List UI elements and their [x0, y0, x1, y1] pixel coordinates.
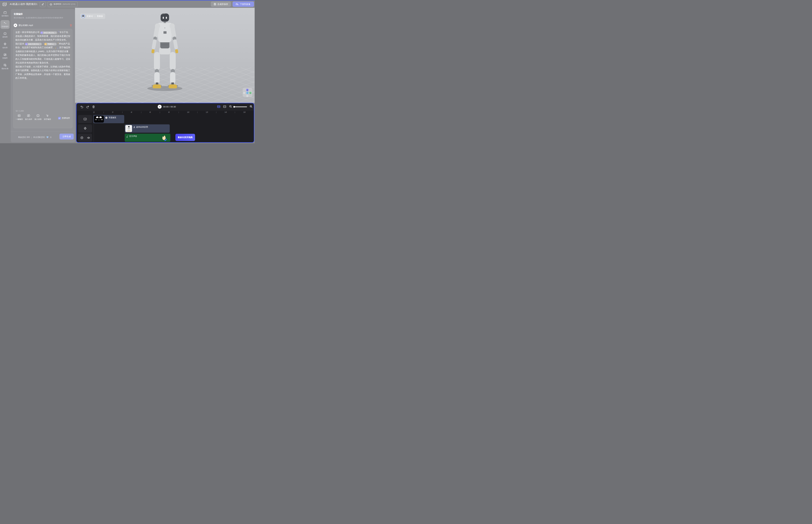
delete-audio-icon[interactable]: [70, 24, 72, 27]
audio-file-name: 默认名称1.mp3: [19, 24, 33, 27]
redo-button[interactable]: [86, 105, 89, 108]
edit-title-button[interactable]: [40, 1, 46, 7]
ruler-frame-label: 12f: [206, 111, 208, 113]
segment-bracket: 」: [57, 46, 60, 49]
save-label: 保存时间: [53, 3, 61, 5]
music-note-icon: [127, 135, 128, 137]
ruler-frame-label: 4f: [131, 111, 132, 113]
motion-clip-label: 超帅走路姿势: [136, 126, 148, 128]
tool-label: 插入动作: [25, 118, 32, 120]
rhythm-motion-checkbox[interactable]: 韵律动作: [58, 117, 70, 119]
insert-expression-button[interactable]: 插入表情: [33, 114, 43, 120]
robot-model: [150, 14, 180, 88]
script-editor[interactable]: 这是一家全球领先的公司 哈哈大笑(10s)×「专注于先进机器人系统的设计、制造和…: [13, 29, 72, 128]
sidebar-item-audio-arrange[interactable]: 音频编排: [0, 20, 10, 29]
insert-motion-button[interactable]: 插入动作: [24, 114, 33, 120]
expression-track-header[interactable]: [78, 115, 92, 123]
robot-download-icon: [236, 3, 239, 5]
model-separator: |: [95, 15, 95, 17]
axis-y-label: Y: [247, 92, 248, 94]
motion-clip[interactable]: 超帅走路姿势: [125, 125, 170, 133]
motion-tag[interactable]: 弯腰(5s)×: [44, 43, 57, 46]
play-audio-button[interactable]: [14, 23, 17, 27]
zoom-slider[interactable]: [234, 107, 247, 107]
tag-label: 哈哈大笑(10s): [44, 32, 54, 34]
expression-tag[interactable]: 哈哈大笑(10s)×: [40, 31, 57, 34]
speaker-icon[interactable]: [87, 136, 90, 139]
segment-bracket: 」: [55, 46, 57, 49]
expression-clip-head: 害羞微笑: [105, 116, 116, 119]
zoom-slider-handle[interactable]: [233, 106, 235, 108]
merge-save-label: 合成并保存: [217, 3, 228, 6]
motion-track-header[interactable]: [78, 125, 92, 132]
remaining-gems: 剩余灵石 300: [18, 136, 30, 139]
ruler-frame-label: 14f: [225, 111, 227, 113]
ai-icon: [18, 114, 21, 117]
generate-now-button[interactable]: 立即生成: [60, 134, 74, 140]
delete-clip-button[interactable]: [92, 105, 95, 108]
fit-timeline-icon[interactable]: [217, 105, 221, 108]
script-editor-text[interactable]: 这是一家全球领先的公司 哈哈大笑(10s)×「专注于先进机器人系统的设计、制造和…: [15, 30, 70, 107]
segment-bracket: 「: [57, 31, 60, 33]
editor-toolbar: 一键编排 插入动作: [14, 114, 71, 125]
tool-label: 插入表情: [34, 118, 42, 120]
ruler-tick: [103, 112, 104, 113]
frame-ruler[interactable]: 0f2f4f6f8f10f12f14f16f: [77, 111, 254, 114]
audio-clip-head: 官方声音: [127, 135, 137, 138]
project-title: A1机器人动作-我的项目1: [10, 3, 37, 6]
timeline-play-button[interactable]: [158, 105, 162, 109]
zoom-in-icon[interactable]: [249, 105, 253, 108]
sidebar-item-my-tasks[interactable]: 我的任务: [0, 62, 10, 71]
person-icon: [3, 43, 7, 46]
robot-face-icon: [36, 114, 39, 117]
remove-tag-icon[interactable]: ×: [40, 43, 41, 45]
broom-icon: [46, 114, 49, 117]
panel-title: 音频编排: [14, 13, 23, 16]
sidebar-item-label: 我的任务: [1, 68, 9, 70]
robot-face-icon: [25, 43, 28, 45]
sidebar-nav: 动作模仿 音频编排 表情库: [0, 8, 10, 143]
sidebar-item-motion-lib[interactable]: 动作库: [0, 41, 10, 50]
clapperboard-icon: [3, 11, 7, 14]
segment-bracket: 「: [42, 43, 44, 45]
cost-label: 本次消耗灵石: [33, 136, 45, 139]
ruler-frame-label: 16f: [243, 111, 246, 113]
expression-tag[interactable]: 哈哈大笑(10s)×: [25, 43, 42, 46]
timeline-timecode: 00:00 / 00:30: [163, 106, 176, 108]
ruler-frame-label: 10f: [187, 111, 189, 113]
deploy-to-device-button[interactable]: 下发到设备: [232, 1, 254, 7]
sidebar-item-expression-lib[interactable]: 表情库: [0, 31, 10, 39]
expression-clip[interactable]: 害羞微笑: [93, 115, 124, 123]
top-bar: A1机器人动作-我的项目1 保存时间 26/01/03 12:01: [0, 0, 255, 8]
one-key-arrange-button[interactable]: 一键编排: [14, 114, 24, 120]
ruler-tick: [216, 112, 216, 113]
remove-tag-icon[interactable]: ×: [54, 43, 55, 45]
tool-label: 清空编排: [44, 118, 51, 120]
top-bar-actions: 合成并保存 下发到设备: [211, 1, 254, 7]
merge-save-button[interactable]: 合成并保存: [211, 1, 231, 7]
clear-arrange-button[interactable]: 清空编排: [43, 114, 52, 120]
remove-tag-icon[interactable]: ×: [55, 32, 56, 34]
axis-z-label: Z: [247, 89, 248, 91]
expand-timeline-icon[interactable]: [223, 105, 226, 108]
audio-track-header[interactable]: [78, 134, 92, 142]
deploy-label: 下发到设备: [240, 3, 250, 6]
music-box-icon: [27, 114, 30, 117]
audio-file-row: 默认名称1.mp3: [14, 23, 72, 28]
ruler-tick: [235, 112, 235, 113]
hand-cursor-icon: [161, 135, 167, 142]
sidebar-item-motion-mimic[interactable]: 动作模仿: [0, 10, 10, 18]
cloud-save-icon: [50, 3, 52, 5]
zoom-out-icon[interactable]: [229, 105, 232, 108]
sidebar-item-audio-lib[interactable]: 音频库: [0, 52, 10, 61]
walking-person-icon: [133, 126, 135, 128]
drag-hint-button[interactable]: 鼠标长按并拖拽: [175, 134, 195, 141]
sidebar-item-label: 音频编排: [1, 26, 9, 28]
model-edition: 青春版: [97, 15, 103, 18]
char-counter: 52 / 1,000: [16, 110, 24, 112]
footer-divider: |: [31, 136, 32, 138]
axis-x-label: X: [250, 92, 251, 94]
undo-button[interactable]: [80, 105, 83, 108]
viewport-scene: Z Y X: [75, 8, 255, 103]
robot-viewport[interactable]: Z Y X 灵犀X2 | 青春版: [75, 8, 255, 103]
